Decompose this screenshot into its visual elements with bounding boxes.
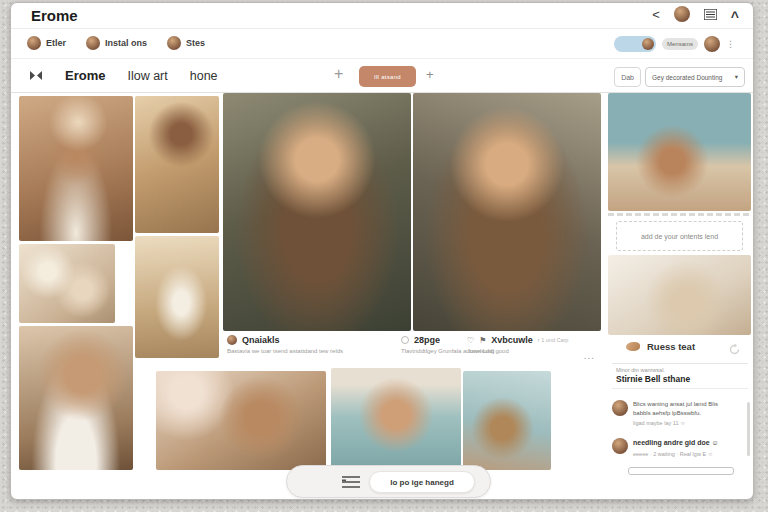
nav-link-home[interactable]: hone bbox=[190, 69, 218, 83]
post-caption-row: Qnaiakls Bastavia we toar tsend astattda… bbox=[223, 334, 601, 364]
comment-text: needling andre gid doe ☺ bbox=[633, 438, 737, 448]
stories-actions: Mensams ⋮ bbox=[614, 36, 735, 52]
author-name: Qnaiakls bbox=[242, 335, 280, 345]
flag-icon[interactable]: ⚑ bbox=[479, 336, 486, 345]
views-extra: r 1 und Carp bbox=[538, 337, 569, 343]
comment-avatar bbox=[612, 438, 628, 454]
refresh-icon[interactable] bbox=[728, 342, 741, 360]
comment-item[interactable]: Blics wanting ansat jul lamd Blis babbls… bbox=[612, 400, 737, 426]
chevron-down-icon: ▾ bbox=[735, 73, 738, 81]
story-label: Instal ons bbox=[105, 38, 147, 48]
header-avatar[interactable] bbox=[674, 6, 690, 22]
photo-portrait-left[interactable] bbox=[223, 93, 411, 331]
comments-section-header: Ruess teat bbox=[608, 341, 751, 361]
views-count: Xvbcuwle bbox=[491, 335, 533, 345]
messages-pill[interactable]: Mensams bbox=[662, 38, 698, 50]
photo-field-sitting[interactable] bbox=[135, 96, 219, 233]
comment-meta[interactable]: eeeee · 2 waiting · Real lgw E ☺ bbox=[633, 451, 737, 457]
add-icon-secondary[interactable]: + bbox=[426, 67, 434, 82]
grid-menu-icon[interactable] bbox=[704, 9, 717, 20]
section-title: Ruess teat bbox=[647, 341, 695, 352]
more-menu-icon[interactable]: ⋮ bbox=[726, 39, 735, 49]
comment-input[interactable] bbox=[628, 467, 734, 475]
divider bbox=[612, 388, 748, 389]
author-subtitle: Bastavia we toar tsend astattdand tew re… bbox=[227, 348, 343, 354]
author-avatar bbox=[227, 335, 237, 345]
nav-brand[interactable]: Erome bbox=[65, 68, 105, 83]
photo-white-dress[interactable] bbox=[135, 236, 219, 358]
sort-dropdown-value: Gey decorated Dounting bbox=[652, 74, 722, 81]
bottom-toolbar[interactable]: lo po ige hanegd bbox=[286, 465, 491, 498]
pages-count: 28pge bbox=[414, 335, 440, 345]
active-user-pill[interactable] bbox=[614, 36, 656, 52]
stories-row: Etler Instal ons Stes Mensams ⋮ bbox=[11, 29, 753, 59]
user-avatar[interactable] bbox=[704, 36, 720, 52]
comment-avatar bbox=[612, 400, 628, 416]
swap-icon[interactable] bbox=[29, 70, 43, 81]
sort-dropdown[interactable]: Gey decorated Dounting ▾ bbox=[645, 67, 745, 87]
caret-up-icon[interactable]: ^ bbox=[731, 10, 739, 24]
heart-icon[interactable]: ♡ bbox=[467, 336, 474, 345]
story-item[interactable]: Stes bbox=[167, 36, 205, 50]
circle-icon bbox=[401, 336, 409, 344]
photo-tilted-head[interactable] bbox=[19, 326, 133, 470]
photo-beach-hair[interactable] bbox=[331, 368, 461, 470]
comments-scrollbar[interactable] bbox=[747, 402, 750, 456]
photo-blossoms[interactable] bbox=[19, 244, 115, 323]
panel-subtitle: Minor dm wanrwsal. bbox=[616, 367, 748, 373]
nav-bar: Erome Ilow art hone + Ill atsand + Dab G… bbox=[11, 59, 753, 93]
add-icon[interactable]: + bbox=[334, 65, 343, 83]
panel-title: Stirnie Bell sthane bbox=[616, 374, 748, 384]
app-header: Erome < ^ bbox=[11, 3, 753, 29]
comments-panel: Minor dm wanrwsal. Stirnie Bell sthane B… bbox=[612, 363, 748, 475]
pill-avatar bbox=[642, 38, 654, 50]
nav-links: Erome Ilow art hone bbox=[29, 68, 218, 83]
header-actions: < ^ bbox=[652, 6, 739, 22]
caption-more-icon[interactable]: ... bbox=[584, 350, 595, 361]
photo-sky-pose[interactable] bbox=[463, 371, 551, 470]
sort-label[interactable]: Dab bbox=[614, 67, 641, 87]
story-label: Stes bbox=[186, 38, 205, 48]
story-avatar bbox=[27, 36, 41, 50]
comment-text: Blics wanting ansat jul lamd Blis babbls… bbox=[633, 400, 737, 417]
primary-action-button[interactable]: Ill atsand bbox=[359, 66, 416, 87]
comment-meta[interactable]: ligad maybe lay 11 ☺ bbox=[633, 420, 737, 426]
stories-list: Etler Instal ons Stes bbox=[27, 36, 205, 50]
bottom-action-pill[interactable]: lo po ige hanegd bbox=[369, 471, 475, 493]
photo-portrait-right[interactable] bbox=[413, 93, 601, 331]
nav-link-art[interactable]: Ilow art bbox=[127, 69, 167, 83]
list-icon[interactable] bbox=[342, 475, 360, 493]
story-item[interactable]: Instal ons bbox=[86, 36, 147, 50]
hand-icon bbox=[626, 342, 640, 351]
photo-flower-crown[interactable] bbox=[19, 96, 133, 241]
photo-white-lace[interactable] bbox=[608, 255, 751, 335]
photo-caption-placeholder bbox=[608, 213, 751, 216]
author-cluster[interactable]: Qnaiakls Bastavia we toar tsend astattda… bbox=[227, 334, 343, 354]
story-avatar bbox=[167, 36, 181, 50]
views-subtitle: Junelsung bbox=[467, 348, 568, 354]
back-icon[interactable]: < bbox=[652, 8, 660, 21]
add-content-box[interactable]: add de your ontents lend bbox=[616, 221, 743, 251]
photo-beach-sitting[interactable] bbox=[608, 93, 751, 211]
views-cluster[interactable]: ♡ ⚑ Xvbcuwle r 1 und Carp Junelsung bbox=[467, 334, 568, 354]
story-avatar bbox=[86, 36, 100, 50]
app-title: Erome bbox=[31, 7, 78, 24]
photo-blossom-profile[interactable] bbox=[156, 371, 326, 470]
story-label: Etler bbox=[46, 38, 66, 48]
comment-item[interactable]: needling andre gid doe ☺ eeeee · 2 waiti… bbox=[612, 438, 737, 457]
story-item[interactable]: Etler bbox=[27, 36, 66, 50]
browser-window: Erome < ^ Etler Instal ons Stes bbox=[10, 2, 754, 500]
